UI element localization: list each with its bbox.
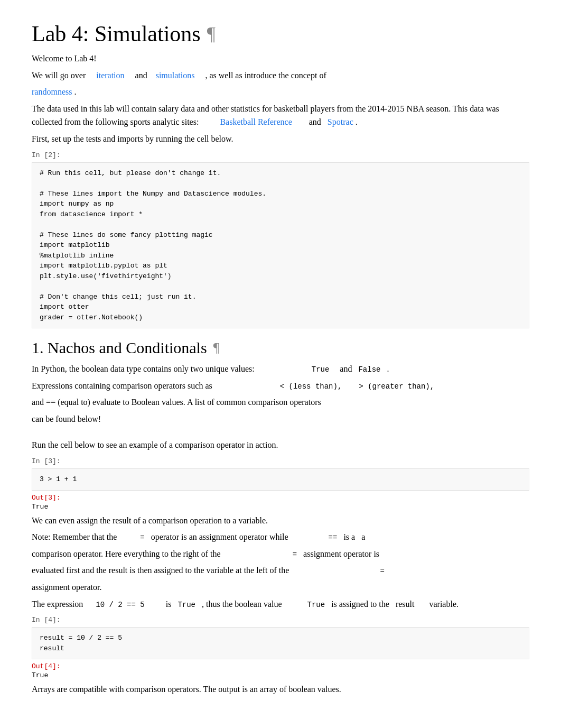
randomness-line: randomness . bbox=[32, 85, 529, 99]
welcome-line: Welcome to Lab 4! bbox=[32, 54, 97, 63]
assign-eq: = bbox=[140, 533, 144, 542]
assign-para4-pre: evaluated first and the result is then a… bbox=[32, 566, 289, 575]
randomness-link[interactable]: randomness bbox=[32, 87, 72, 96]
pilcrow-icon: ¶ bbox=[207, 23, 216, 45]
expr-variable: variable. bbox=[429, 600, 459, 609]
out4-value: True bbox=[32, 671, 529, 679]
run-example-text: Run the cell below to see an example of … bbox=[32, 438, 529, 452]
assign-para4: evaluated first and the result is then a… bbox=[32, 564, 529, 577]
assign-mid: operator is an assignment operator while bbox=[151, 532, 288, 541]
comparison-line: Expressions containing comparison operat… bbox=[32, 379, 529, 393]
in2-code[interactable]: # Run this cell, but please don't change… bbox=[32, 162, 529, 329]
basketball-ref-link[interactable]: Basketball Reference bbox=[220, 117, 292, 126]
section1-title: 1. Nachos and Conditionals ¶ bbox=[32, 339, 529, 357]
boolean-intro: In Python, the boolean data type contain… bbox=[32, 362, 529, 376]
assign-deq: == bbox=[329, 533, 338, 542]
assign-pre: Note: Remember that the bbox=[32, 532, 117, 541]
expr-result: result bbox=[396, 600, 415, 609]
intro-pre: We will go over bbox=[32, 71, 86, 80]
bool-true: True bbox=[312, 365, 330, 374]
intro-end: . bbox=[74, 87, 76, 96]
assign-para3-pre: comparison operator. Here everything to … bbox=[32, 549, 221, 558]
expr-post: , thus the boolean value bbox=[202, 600, 282, 609]
assign-post: is a bbox=[343, 532, 355, 541]
data-and: and bbox=[309, 117, 321, 126]
arrays-para: Arrays are compatible with comparison op… bbox=[32, 683, 529, 696]
assign-para3: comparison operator. Here everything to … bbox=[32, 547, 529, 561]
intro-mid: and bbox=[135, 71, 147, 80]
out3-label: Out[3]: bbox=[32, 494, 529, 502]
assign-operator-text: assignment operator. bbox=[32, 580, 529, 594]
bool-pre: In Python, the boolean data type contain… bbox=[32, 364, 255, 373]
data-paragraph: The data used in this lab will contain s… bbox=[32, 102, 529, 129]
page-title: Lab 4: Simulations ¶ bbox=[32, 21, 529, 47]
bool-and: and bbox=[340, 364, 352, 373]
expr-end: is assigned to the bbox=[331, 600, 389, 609]
section1-title-text: 1. Nachos and Conditionals bbox=[32, 339, 207, 357]
comp-gt: > (greater than), bbox=[359, 382, 434, 391]
in3-label: In [3]: bbox=[32, 457, 529, 465]
found-line: can be found below! bbox=[32, 412, 529, 426]
expr-pre: The expression bbox=[32, 600, 83, 609]
data-period: . bbox=[356, 117, 358, 126]
bool-false: False bbox=[358, 365, 380, 374]
in4-code[interactable]: result = 10 / 2 == 5 result bbox=[32, 627, 529, 659]
comp-pre: Expressions containing comparison operat… bbox=[32, 381, 212, 390]
iteration-link[interactable]: iteration bbox=[96, 71, 124, 80]
comp-lt: < (less than), bbox=[280, 382, 342, 391]
assign-para2: Note: Remember that the = operator is an… bbox=[32, 530, 529, 544]
run-cell-text: First, set up the tests and imports by r… bbox=[32, 132, 529, 146]
in2-label: In [2]: bbox=[32, 151, 529, 159]
section1-pilcrow: ¶ bbox=[213, 340, 220, 356]
title-text: Lab 4: Simulations bbox=[32, 21, 201, 47]
spotrac-link[interactable]: Spotrac bbox=[328, 117, 353, 126]
assign-isa: a bbox=[361, 532, 365, 541]
simulations-link[interactable]: simulations bbox=[156, 71, 195, 80]
in4-label: In [4]: bbox=[32, 616, 529, 624]
expr-line: The expression 10 / 2 == 5 is True , thu… bbox=[32, 597, 529, 611]
intro-line1: We will go over iteration and simulation… bbox=[32, 69, 529, 82]
eval-text: and == (equal to) evaluate to Boolean va… bbox=[32, 398, 321, 407]
assign-para1: We can even assign the result of a compa… bbox=[32, 514, 529, 528]
expr-true1: True bbox=[177, 601, 195, 609]
expr-code: 10 / 2 == 5 bbox=[96, 601, 144, 609]
assign-para3-post: assignment operator is bbox=[303, 549, 379, 558]
assign-para3-eq: = bbox=[293, 550, 297, 559]
eval-line: and == (equal to) evaluate to Boolean va… bbox=[32, 395, 529, 409]
out4-label: Out[4]: bbox=[32, 662, 529, 670]
expr-mid: is bbox=[166, 600, 172, 609]
intro-post: , as well as introduce the concept of bbox=[205, 71, 326, 80]
expr-true2: True bbox=[307, 601, 325, 609]
bool-period: . bbox=[387, 364, 389, 373]
in3-code[interactable]: 3 > 1 + 1 bbox=[32, 468, 529, 491]
out3-value: True bbox=[32, 503, 529, 511]
welcome-text: Welcome to Lab 4! bbox=[32, 52, 529, 66]
assign-para4-eq: = bbox=[380, 567, 384, 575]
